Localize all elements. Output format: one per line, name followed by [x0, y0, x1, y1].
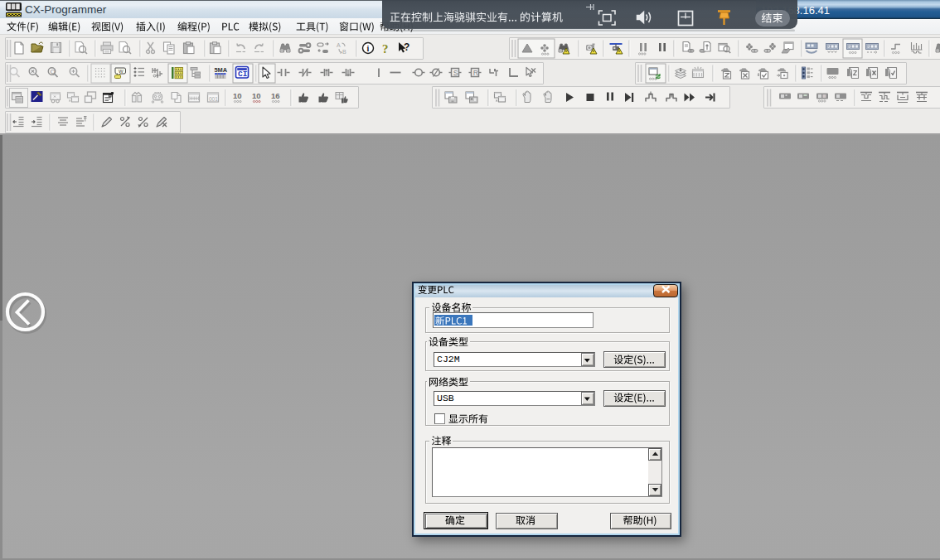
svg-text:5MA: 5MA [215, 66, 228, 74]
svg-text:?: ? [382, 42, 389, 56]
svg-text:16: 16 [271, 91, 280, 100]
svg-text:CX-Programmer: CX-Programmer [25, 3, 107, 16]
svg-text:?: ? [404, 41, 409, 53]
svg-text:i: i [367, 44, 370, 53]
svg-text:S: S [453, 69, 458, 77]
svg-text:Q: Q [51, 68, 56, 75]
svg-text:10: 10 [233, 91, 242, 100]
svg-text:B: B [342, 49, 346, 55]
svg-text:CI: CI [238, 70, 247, 79]
svg-text:10: 10 [252, 91, 261, 100]
svg-text:001: 001 [209, 96, 218, 102]
svg-text:A: A [337, 42, 341, 48]
svg-text:W: W [119, 69, 124, 74]
svg-text:R: R [473, 69, 478, 77]
